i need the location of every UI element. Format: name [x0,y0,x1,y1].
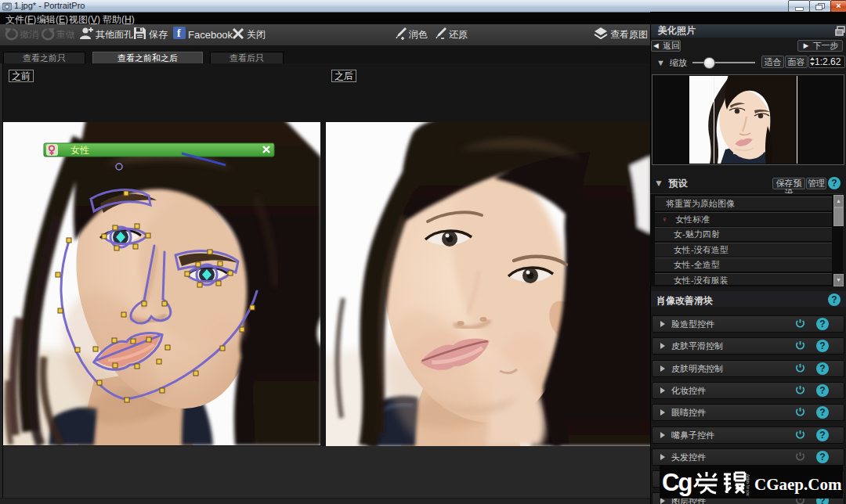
svg-text:CGaep.Com: CGaep.Com [754,475,842,494]
svg-text:女性: 女性 [70,145,89,156]
svg-text:Artists for you: Artists for you [746,474,750,496]
svg-text:Cg: Cg [662,469,691,496]
